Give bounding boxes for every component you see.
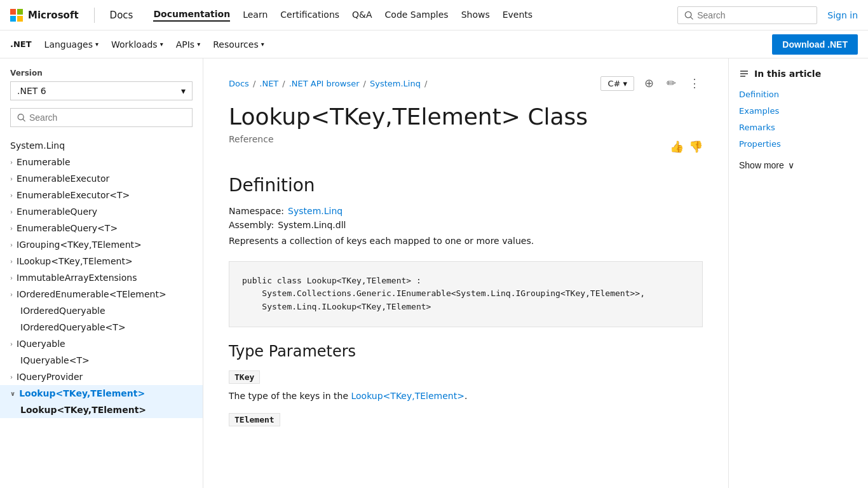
nav-link-code-samples[interactable]: Code Samples bbox=[385, 10, 449, 21]
expand-icon: › bbox=[10, 241, 13, 248]
expand-icon: › bbox=[10, 192, 13, 199]
apis-chevron-icon: ▾ bbox=[197, 41, 200, 48]
sidebar-item-lookup-expanded[interactable]: ∨ Lookup<TKey,TElement> bbox=[0, 385, 203, 402]
edit-icon-button[interactable]: ✏ bbox=[664, 74, 679, 93]
sign-in-link[interactable]: Sign in bbox=[827, 10, 858, 20]
sidebar-item-iordered-queryable-t[interactable]: IOrderedQueryable<T> bbox=[0, 319, 203, 336]
in-this-article-header: In this article bbox=[739, 69, 858, 79]
assembly-row: Assembly: System.Linq.dll bbox=[229, 220, 703, 230]
sidebar-item-label: EnumerableQuery<T> bbox=[17, 223, 118, 233]
resources-chevron-icon: ▾ bbox=[261, 41, 264, 48]
microsoft-logo[interactable]: Microsoft bbox=[10, 9, 79, 22]
nav-link-shows[interactable]: Shows bbox=[461, 10, 490, 21]
language-selector[interactable]: C# ▾ bbox=[600, 76, 634, 91]
breadcrumb-dotnet[interactable]: .NET bbox=[259, 79, 278, 88]
breadcrumb-api-browser[interactable]: .NET API browser bbox=[289, 79, 360, 88]
language-chevron-icon: ▾ bbox=[623, 79, 627, 88]
nav-apis[interactable]: APIs ▾ bbox=[171, 30, 205, 58]
toc-list: Definition Examples Remarks Properties bbox=[739, 89, 858, 149]
nav-languages[interactable]: Languages ▾ bbox=[39, 30, 104, 58]
add-icon-button[interactable]: ⊕ bbox=[642, 74, 656, 93]
sidebar-search-box[interactable] bbox=[10, 108, 193, 127]
sidebar-item-lookup-selected[interactable]: Lookup<TKey,TElement> bbox=[0, 402, 203, 418]
sidebar-item-enumerable-query-t[interactable]: › EnumerableQuery<T> bbox=[0, 220, 203, 236]
show-more-label: Show more bbox=[739, 160, 784, 170]
sidebar-item-system-linq[interactable]: System.Linq bbox=[0, 137, 203, 154]
namespace-row: Namespace: System.Linq bbox=[229, 206, 703, 216]
sidebar-item-iqueryable[interactable]: › IQueryable bbox=[0, 336, 203, 352]
expand-icon: ∨ bbox=[10, 390, 15, 397]
show-more-chevron-icon: ∨ bbox=[788, 160, 794, 170]
download-net-button[interactable]: Download .NET bbox=[772, 34, 858, 55]
sidebar-item-label: IQueryProvider bbox=[17, 372, 83, 382]
namespace-link[interactable]: System.Linq bbox=[288, 206, 342, 216]
main-content: Docs / .NET / .NET API browser / System.… bbox=[203, 58, 728, 488]
page-description: Represents a collection of keys each map… bbox=[229, 234, 703, 248]
sidebar-item-immutable-array-ext[interactable]: › ImmutableArrayExtensions bbox=[0, 269, 203, 286]
lookup-link[interactable]: Lookup<TKey,TElement> bbox=[351, 391, 464, 401]
nav-workloads[interactable]: Workloads ▾ bbox=[106, 30, 168, 58]
ms-brand-text: Microsoft bbox=[28, 10, 79, 21]
sidebar-item-iordered-queryable[interactable]: IOrderedQueryable bbox=[0, 302, 203, 319]
type-param-tkey-desc: The type of the keys in the Lookup<TKey,… bbox=[229, 389, 703, 403]
expand-icon: › bbox=[10, 175, 13, 182]
breadcrumb-docs[interactable]: Docs bbox=[229, 79, 249, 88]
sidebar-item-label: ILookup<TKey,TElement> bbox=[17, 256, 133, 266]
version-value: .NET 6 bbox=[17, 86, 46, 96]
sidebar-item-enumerable[interactable]: › Enumerable bbox=[0, 154, 203, 170]
version-label: Version bbox=[0, 69, 203, 81]
thumbs-up-button[interactable]: 👍 bbox=[670, 140, 684, 154]
toc-link-properties[interactable]: Properties bbox=[739, 139, 781, 149]
breadcrumb-system-linq[interactable]: System.Linq bbox=[370, 79, 421, 88]
sidebar-item-iquery-provider[interactable]: › IQueryProvider bbox=[0, 369, 203, 385]
sidebar-item-label: IQueryable bbox=[17, 339, 65, 349]
show-more-button[interactable]: Show more ∨ bbox=[739, 155, 794, 175]
type-param-tkey-tag: TKey bbox=[229, 370, 260, 384]
sidebar-item-igrouping[interactable]: › IGrouping<TKey,TElement> bbox=[0, 236, 203, 253]
workloads-chevron-icon: ▾ bbox=[160, 41, 163, 48]
sidebar-item-ilookup[interactable]: › ILookup<TKey,TElement> bbox=[0, 253, 203, 269]
sidebar-item-iordered-enumerable[interactable]: › IOrderedEnumerable<TElement> bbox=[0, 286, 203, 302]
toc-item-definition: Definition bbox=[739, 89, 858, 99]
sidebar-item-enumerable-executor-t[interactable]: › EnumerableExecutor<T> bbox=[0, 187, 203, 203]
sidebar-item-label: EnumerableQuery bbox=[17, 207, 97, 217]
sidebar-item-label: IGrouping<TKey,TElement> bbox=[17, 240, 142, 250]
more-icon-button[interactable]: ⋮ bbox=[686, 74, 703, 93]
sidebar-item-enumerable-query[interactable]: › EnumerableQuery bbox=[0, 203, 203, 220]
assembly-value: System.Linq.dll bbox=[278, 220, 346, 230]
svg-line-1 bbox=[691, 17, 693, 19]
toc-link-definition[interactable]: Definition bbox=[739, 90, 779, 99]
sidebar-item-label: Lookup<TKey,TElement> bbox=[20, 405, 146, 415]
nav-link-qa[interactable]: Q&A bbox=[352, 10, 372, 21]
nav-link-learn[interactable]: Learn bbox=[243, 10, 268, 21]
dotnet-badge: .NET bbox=[10, 39, 32, 49]
sidebar-item-iqueryable-t[interactable]: IQueryable<T> bbox=[0, 352, 203, 369]
nav-resources[interactable]: Resources ▾ bbox=[208, 30, 269, 58]
toc-link-remarks[interactable]: Remarks bbox=[739, 123, 775, 132]
nav-link-certifications[interactable]: Certifications bbox=[280, 10, 339, 21]
top-search-box[interactable] bbox=[677, 6, 817, 24]
ms-logo-squares bbox=[10, 9, 23, 22]
sidebar-item-enumerable-executor[interactable]: › EnumerableExecutor bbox=[0, 170, 203, 187]
search-input[interactable] bbox=[697, 10, 810, 20]
version-chevron-icon: ▾ bbox=[181, 86, 186, 96]
nav-link-events[interactable]: Events bbox=[503, 10, 532, 21]
second-navigation: .NET Languages ▾ Workloads ▾ APIs ▾ Reso… bbox=[0, 30, 868, 58]
thumbs-down-button[interactable]: 👎 bbox=[689, 140, 703, 154]
languages-chevron-icon: ▾ bbox=[95, 41, 98, 48]
expand-icon: › bbox=[10, 159, 13, 166]
breadcrumb-sep-1: / bbox=[253, 79, 255, 88]
feedback-row: 👍 👎 bbox=[670, 140, 703, 154]
toc-item-properties: Properties bbox=[739, 139, 858, 149]
svg-line-3 bbox=[23, 119, 25, 121]
toc-link-examples[interactable]: Examples bbox=[739, 106, 779, 116]
sidebar-search-icon bbox=[17, 113, 25, 122]
breadcrumb-sep-4: / bbox=[424, 79, 427, 88]
languages-label: Languages bbox=[44, 39, 93, 50]
sidebar-search-input[interactable] bbox=[29, 112, 186, 123]
version-select[interactable]: .NET 6 ▾ bbox=[10, 81, 193, 100]
toc-item-examples: Examples bbox=[739, 105, 858, 116]
sidebar-item-label: IOrderedQueryable<T> bbox=[20, 322, 126, 332]
sidebar-item-label: EnumerableExecutor<T> bbox=[17, 190, 130, 200]
nav-link-documentation[interactable]: Documentation bbox=[153, 9, 230, 22]
